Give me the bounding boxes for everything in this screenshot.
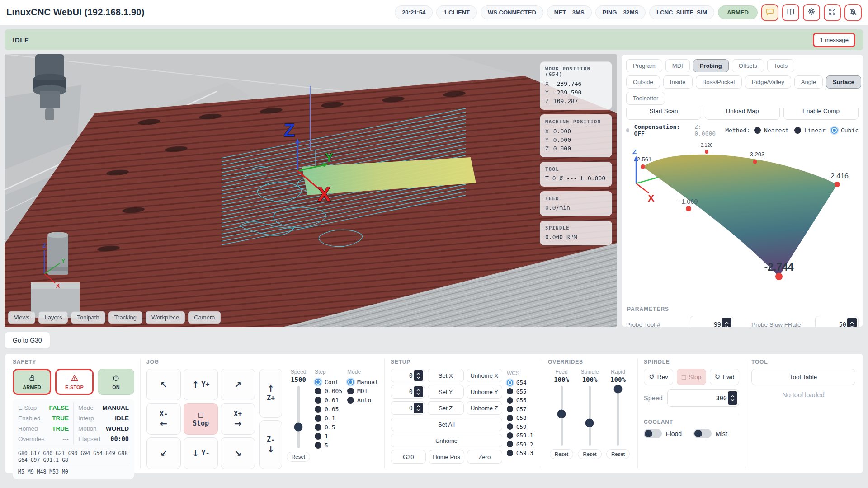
goto-g30-button[interactable]: Go to G30 <box>5 332 50 349</box>
wcs-radio[interactable]: G59 <box>507 423 536 430</box>
jog-x-minus-button[interactable]: X-← <box>146 403 181 435</box>
surface-map-plot[interactable]: Z X 2.561 3.126 3.203 2.416 -1.069 -2.74… <box>626 141 859 302</box>
spindle-reverse-button[interactable]: ↺Rev <box>644 369 673 385</box>
jog-step-radio[interactable]: 0.01 <box>315 397 343 404</box>
set-axis-button[interactable]: Set Z <box>428 401 464 415</box>
jog-step-radio[interactable]: 0.05 <box>315 406 343 413</box>
setup-action-button[interactable]: G30 <box>391 450 426 464</box>
probing-tab[interactable]: Boss/Pocket <box>696 75 742 89</box>
settings-button[interactable] <box>803 4 820 21</box>
set-axis-button[interactable]: Set X <box>428 369 464 382</box>
slider-thumb[interactable] <box>585 418 594 427</box>
wcs-radio[interactable]: G57 <box>507 406 536 413</box>
probing-tab[interactable]: Inside <box>663 75 693 89</box>
spindle-forward-button[interactable]: ↻Fwd <box>710 369 739 385</box>
probing-tab[interactable]: Outside <box>626 75 660 89</box>
slider-thumb[interactable] <box>294 423 303 432</box>
rapid-override-slider[interactable] <box>617 386 619 446</box>
jog-step-radio[interactable]: 5 <box>315 442 343 449</box>
jog-y-plus-button[interactable]: ↑Y+ <box>184 369 218 400</box>
axis-offset-input[interactable]: 0 <box>391 369 425 382</box>
unhome-axis-button[interactable]: Unhome X <box>467 369 503 382</box>
spinner[interactable] <box>847 318 857 327</box>
spindle-override-reset-button[interactable]: Reset <box>578 449 601 459</box>
unhome-axis-button[interactable]: Unhome Z <box>467 401 503 415</box>
viewport-option-button[interactable]: Workpiece <box>146 311 185 324</box>
jog-mode-radio[interactable]: Auto <box>347 397 378 404</box>
machine-3d-viewport[interactable]: Z Y X Z Y X WORK POSITION (G5 <box>5 54 617 327</box>
jog-step-radio[interactable]: Cont <box>315 379 343 385</box>
fullscreen-button[interactable] <box>824 4 841 21</box>
method-radio[interactable]: Nearest <box>754 127 789 134</box>
spinner[interactable] <box>414 386 423 397</box>
viewport-option-button[interactable]: Views <box>8 311 35 324</box>
probing-tab[interactable]: Angle <box>794 75 823 89</box>
slider-thumb[interactable] <box>557 410 566 418</box>
wcs-radio[interactable]: G59.3 <box>507 450 536 456</box>
probing-tab[interactable]: Toolsetter <box>626 92 665 105</box>
feed-override-slider[interactable] <box>561 386 563 446</box>
setup-action-button[interactable]: Home Pos <box>429 450 464 464</box>
set-axis-button[interactable]: Set Y <box>428 385 464 399</box>
jog-stop-button[interactable]: □Stop <box>184 403 218 435</box>
feed-override-reset-button[interactable]: Reset <box>550 449 573 459</box>
method-radio[interactable]: Linear <box>794 127 826 134</box>
main-tab[interactable]: Probing <box>693 59 729 72</box>
jog-step-radio[interactable]: 1 <box>315 433 343 440</box>
jog-xy-ne-button[interactable]: ↗ <box>221 369 255 400</box>
rapid-override-reset-button[interactable]: Reset <box>606 449 630 459</box>
jog-z-minus-button[interactable]: Z-↓ <box>259 420 282 469</box>
scan-action-button[interactable]: Unload Map <box>705 108 780 120</box>
spindle-speed-input[interactable]: 300 <box>667 389 739 407</box>
probing-tab[interactable]: Ridge/Valley <box>745 75 791 89</box>
spinner[interactable] <box>414 370 423 381</box>
jog-speed-reset-button[interactable]: Reset <box>287 452 310 462</box>
wcs-radio[interactable]: G54 <box>507 379 536 386</box>
viewport-option-button[interactable]: Toolpath <box>71 311 105 324</box>
jog-speed-slider[interactable] <box>297 386 300 448</box>
flood-toggle[interactable] <box>644 429 662 438</box>
axis-offset-input[interactable]: 0 <box>391 401 425 415</box>
probing-tab[interactable]: Surface <box>826 75 861 89</box>
scan-action-button[interactable]: Enable Comp <box>783 108 859 120</box>
messages-button[interactable] <box>761 4 778 21</box>
armed-button[interactable]: ARMED <box>13 369 51 395</box>
jog-xy-se-button[interactable]: ↘ <box>221 437 255 469</box>
method-radio[interactable]: Cubic <box>831 127 859 134</box>
estop-button[interactable]: E-STOP <box>55 369 94 395</box>
jog-y-minus-button[interactable]: ↓Y- <box>184 437 218 469</box>
jog-mode-radio[interactable]: MDI <box>347 388 378 394</box>
jog-z-plus-button[interactable]: ↑Z+ <box>259 369 282 418</box>
docs-button[interactable] <box>782 4 799 21</box>
spinner[interactable] <box>722 318 731 327</box>
spinner[interactable] <box>414 403 423 413</box>
viewport-option-button[interactable]: Tracking <box>108 311 142 324</box>
mist-toggle[interactable] <box>693 429 712 438</box>
tool-table-button[interactable]: Tool Table <box>751 369 855 385</box>
viewport-option-button[interactable]: Camera <box>188 311 221 324</box>
jog-xy-nw-button[interactable]: ↖ <box>146 369 181 400</box>
param-input[interactable]: 99 <box>690 316 733 327</box>
jog-xy-sw-button[interactable]: ↙ <box>146 437 181 469</box>
spindle-override-slider[interactable] <box>589 386 591 446</box>
wcs-radio[interactable]: G56 <box>507 397 536 404</box>
param-input[interactable]: 50 <box>815 316 859 327</box>
jog-x-plus-button[interactable]: X+→ <box>221 403 255 435</box>
scan-action-button[interactable]: Start Scan <box>626 108 701 120</box>
axis-offset-input[interactable]: 0 <box>391 385 425 399</box>
jog-step-radio[interactable]: 0.005 <box>315 388 343 394</box>
main-tab[interactable]: Program <box>626 59 662 72</box>
wcs-radio[interactable]: G55 <box>507 388 536 395</box>
unhome-all-button[interactable]: Unhome <box>391 434 502 447</box>
idle-timeout-button[interactable] <box>844 4 862 21</box>
setup-action-button[interactable]: Zero <box>467 450 502 464</box>
jog-step-radio[interactable]: 0.1 <box>315 415 343 422</box>
main-tab[interactable]: MDI <box>665 59 690 72</box>
main-tab[interactable]: Offsets <box>732 59 764 72</box>
wcs-radio[interactable]: G59.1 <box>507 432 536 439</box>
message-count-button[interactable]: 1 message <box>813 33 855 47</box>
spinner[interactable] <box>728 391 737 405</box>
wcs-radio[interactable]: G58 <box>507 414 536 421</box>
slider-thumb[interactable] <box>613 385 622 393</box>
unhome-axis-button[interactable]: Unhome Y <box>467 385 503 399</box>
